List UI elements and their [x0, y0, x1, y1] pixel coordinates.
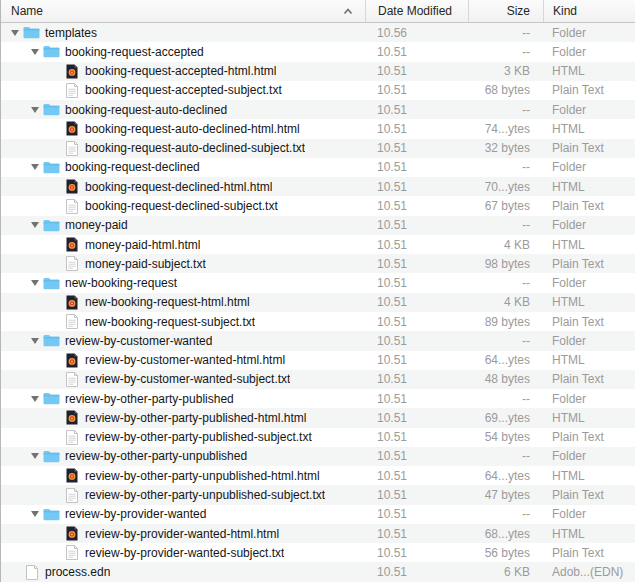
table-row[interactable]: booking-request-declined-subject.txt 10.… — [1, 196, 635, 215]
date-modified: 10.51 — [365, 293, 468, 312]
table-row[interactable]: review-by-other-party-published 10.51 --… — [1, 389, 635, 408]
disclosure-triangle-icon[interactable] — [31, 107, 39, 113]
file-kind: HTML — [543, 119, 635, 138]
file-name: new-booking-request-html.html — [85, 295, 250, 309]
table-row[interactable]: new-booking-request 10.51 -- Folder — [1, 273, 635, 292]
table-row[interactable]: templates 10.56 -- Folder — [1, 23, 635, 42]
name-cell: review-by-other-party-unpublished — [1, 447, 365, 466]
name-cell: money-paid-html.html — [1, 235, 365, 254]
disclosure-slot — [27, 222, 43, 228]
disclosure-slot — [27, 164, 43, 170]
name-cell: booking-request-accepted — [1, 42, 365, 61]
table-row[interactable]: money-paid-html.html 10.51 4 KB HTML — [1, 235, 635, 254]
disclosure-triangle-icon[interactable] — [31, 222, 39, 228]
finder-list-view: Name Date Modified Size Kind templates 1… — [1, 0, 635, 582]
file-name: review-by-provider-wanted-html.html — [85, 527, 279, 541]
table-row[interactable]: booking-request-accepted-html.html 10.51… — [1, 62, 635, 81]
table-row[interactable]: review-by-provider-wanted-subject.txt 10… — [1, 543, 635, 562]
date-modified: 10.51 — [365, 42, 468, 61]
file-size: 68 bytes — [468, 81, 543, 100]
table-row[interactable]: review-by-customer-wanted-html.html 10.5… — [1, 351, 635, 370]
date-modified: 10.51 — [365, 524, 468, 543]
table-row[interactable]: review-by-other-party-unpublished-html.h… — [1, 466, 635, 485]
text-file-icon — [63, 199, 80, 214]
table-row[interactable]: money-paid-subject.txt 10.51 98 bytes Pl… — [1, 254, 635, 273]
folder-icon — [43, 219, 60, 232]
name-cell: booking-request-declined — [1, 158, 365, 177]
table-row[interactable]: booking-request-auto-declined 10.51 -- F… — [1, 100, 635, 119]
table-row[interactable]: review-by-provider-wanted 10.51 -- Folde… — [1, 505, 635, 524]
name-cell: booking-request-auto-declined — [1, 100, 365, 119]
date-modified: 10.51 — [365, 389, 468, 408]
folder-icon — [43, 334, 60, 347]
table-row[interactable]: booking-request-auto-declined-subject.tx… — [1, 139, 635, 158]
column-header-date-modified[interactable]: Date Modified — [365, 0, 468, 22]
table-row[interactable]: new-booking-request-html.html 10.51 4 KB… — [1, 293, 635, 312]
table-row[interactable]: booking-request-accepted 10.51 -- Folder — [1, 42, 635, 61]
file-size: -- — [468, 389, 543, 408]
table-row[interactable]: booking-request-declined 10.51 -- Folder — [1, 158, 635, 177]
table-row[interactable]: review-by-other-party-unpublished 10.51 … — [1, 447, 635, 466]
disclosure-triangle-icon[interactable] — [31, 396, 39, 402]
file-size: 4 KB — [468, 293, 543, 312]
disclosure-triangle-icon[interactable] — [31, 453, 39, 459]
file-name: booking-request-declined-subject.txt — [85, 199, 278, 213]
disclosure-triangle-icon[interactable] — [11, 30, 19, 36]
disclosure-triangle-icon[interactable] — [31, 338, 39, 344]
table-row[interactable]: booking-request-auto-declined-html.html … — [1, 119, 635, 138]
file-kind: HTML — [543, 524, 635, 543]
column-header-date-label: Date Modified — [378, 4, 452, 18]
folder-icon — [23, 26, 40, 39]
name-cell: review-by-other-party-published-html.htm… — [1, 408, 365, 427]
disclosure-slot — [27, 107, 43, 113]
file-name: review-by-provider-wanted — [65, 507, 206, 521]
table-row[interactable]: review-by-other-party-published-html.htm… — [1, 408, 635, 427]
table-row[interactable]: process.edn 10.51 6 KB Adob...(EDN) — [1, 562, 635, 581]
date-modified: 10.51 — [365, 139, 468, 158]
file-kind: Folder — [543, 100, 635, 119]
file-kind: Plain Text — [543, 543, 635, 562]
column-header-size[interactable]: Size — [468, 0, 543, 22]
file-size: 64...ytes — [468, 351, 543, 370]
folder-icon — [43, 161, 60, 174]
name-cell: review-by-other-party-published-subject.… — [1, 428, 365, 447]
file-kind: HTML — [543, 351, 635, 370]
file-name: review-by-other-party-published-subject.… — [85, 430, 312, 444]
disclosure-triangle-icon[interactable] — [31, 280, 39, 286]
file-size: -- — [468, 331, 543, 350]
disclosure-triangle-icon[interactable] — [31, 164, 39, 170]
date-modified: 10.51 — [365, 100, 468, 119]
table-row[interactable]: review-by-customer-wanted-subject.txt 10… — [1, 370, 635, 389]
disclosure-slot — [27, 338, 43, 344]
date-modified: 10.51 — [365, 273, 468, 292]
disclosure-triangle-icon[interactable] — [31, 49, 39, 55]
column-header-kind[interactable]: Kind — [543, 0, 635, 22]
table-row[interactable]: money-paid 10.51 -- Folder — [1, 216, 635, 235]
file-name: money-paid — [65, 218, 128, 232]
date-modified: 10.51 — [365, 370, 468, 389]
table-row[interactable]: review-by-provider-wanted-html.html 10.5… — [1, 524, 635, 543]
file-kind: Folder — [543, 42, 635, 61]
file-kind: HTML — [543, 408, 635, 427]
disclosure-triangle-icon[interactable] — [31, 511, 39, 517]
file-name: new-booking-request — [65, 276, 177, 290]
table-row[interactable]: booking-request-declined-html.html 10.51… — [1, 177, 635, 196]
file-size: 47 bytes — [468, 485, 543, 504]
text-file-icon — [63, 256, 80, 271]
table-row[interactable]: new-booking-request-subject.txt 10.51 89… — [1, 312, 635, 331]
disclosure-slot — [27, 453, 43, 459]
table-row[interactable]: booking-request-accepted-subject.txt 10.… — [1, 81, 635, 100]
name-cell: booking-request-accepted-subject.txt — [1, 81, 365, 100]
file-kind: Folder — [543, 505, 635, 524]
table-row[interactable]: review-by-other-party-unpublished-subjec… — [1, 485, 635, 504]
file-name: booking-request-auto-declined-html.html — [85, 122, 300, 136]
table-row[interactable]: review-by-customer-wanted 10.51 -- Folde… — [1, 331, 635, 350]
column-header-name[interactable]: Name — [1, 0, 365, 22]
table-row[interactable]: review-by-other-party-published-subject.… — [1, 428, 635, 447]
file-name: review-by-other-party-published — [65, 392, 234, 406]
file-size: -- — [468, 273, 543, 292]
file-size: -- — [468, 158, 543, 177]
html-file-icon — [63, 179, 80, 194]
file-kind: Folder — [543, 447, 635, 466]
file-name: booking-request-declined — [65, 160, 200, 174]
